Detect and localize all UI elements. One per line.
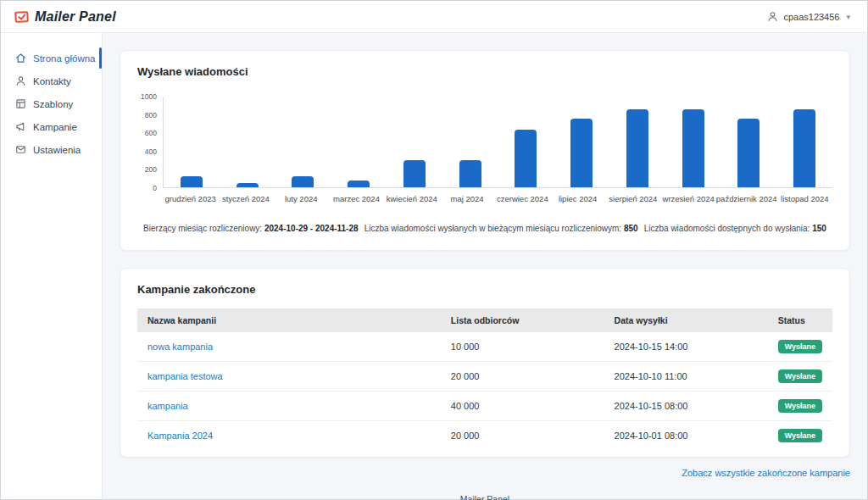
contacts-icon	[15, 75, 26, 86]
campaign-name-link[interactable]: nowa kampania	[147, 342, 213, 352]
recipients-cell: 20 000	[441, 421, 604, 451]
user-name: cpaas123456	[783, 12, 839, 22]
y-tick-label: 800	[145, 111, 157, 119]
home-icon	[15, 53, 26, 64]
footer-app-name: Mailer Panel	[120, 493, 850, 500]
x-tick-label: czerwiec 2024	[495, 194, 550, 203]
chart-x-labels: grudzień 2023styczeń 2024luty 2024marzec…	[163, 194, 832, 203]
sidebar-item-kontakty[interactable]: Kontakty	[1, 69, 102, 92]
table-header-row: Nazwa kampaniiLista odbiorcówData wysyłk…	[137, 308, 832, 332]
recipients-cell: 10 000	[441, 332, 604, 362]
send-date-cell: 2024-10-01 08:00	[604, 421, 768, 451]
send-date-cell: 2024-10-15 14:00	[604, 332, 768, 362]
info-label: Liczba wiadomości wysłanych w bieżącym m…	[364, 224, 621, 233]
table-row: kampania40 0002024-10-15 08:00Wysłane	[137, 392, 832, 421]
sidebar-item-kampanie[interactable]: Kampanie	[1, 115, 102, 138]
x-tick-label: listopad 2024	[777, 194, 832, 203]
x-tick-label: sierpień 2024	[605, 194, 660, 203]
envelope-icon	[15, 144, 26, 155]
status-badge: Wysłane	[778, 399, 822, 413]
megaphone-icon	[15, 121, 26, 132]
view-all-campaigns-link[interactable]: Zobacz wszystkie zakończone kampanie	[682, 468, 850, 478]
chart-column	[220, 97, 275, 187]
chart-column	[387, 97, 442, 187]
x-tick-label: maj 2024	[439, 194, 494, 203]
status-badge: Wysłane	[778, 340, 822, 353]
campaigns-table-body: nowa kampania10 0002024-10-15 14:00Wysła…	[137, 332, 832, 450]
status-badge: Wysłane	[778, 429, 822, 442]
column-header: Data wysyłki	[604, 308, 768, 332]
chart-column	[498, 97, 554, 187]
user-menu[interactable]: cpaas123456 ▾	[767, 11, 850, 22]
send-date-cell: 2024-10-15 08:00	[604, 392, 768, 421]
sidebar: Strona głównaKontaktySzablonyKampanieUst…	[1, 33, 103, 499]
sidebar-item-ustawienia[interactable]: Ustawienia	[1, 138, 102, 161]
chart-y-axis: 02004006008001000	[137, 97, 163, 188]
chart-bar	[682, 109, 704, 187]
chevron-down-icon: ▾	[846, 13, 850, 21]
chart-column	[776, 97, 832, 187]
view-all-row: Zobacz wszystkie zakończone kampanie	[120, 468, 850, 478]
column-header: Nazwa kampanii	[137, 308, 441, 332]
table-row: Kampania 202420 0002024-10-01 08:00Wysła…	[137, 421, 832, 451]
chart-bar	[236, 183, 259, 187]
y-tick-label: 400	[145, 147, 157, 156]
recipients-cell: 40 000	[441, 392, 604, 421]
sent-messages-card: Wysłane wiadomości 02004006008001000 gru…	[120, 50, 850, 251]
chart-bar	[515, 130, 537, 187]
campaign-name-link[interactable]: kampania testowa	[147, 371, 223, 381]
x-tick-label: grudzień 2023	[163, 194, 218, 203]
table-row: nowa kampania10 0002024-10-15 14:00Wysła…	[137, 332, 832, 362]
chart-column	[665, 97, 721, 187]
chart-column	[331, 97, 387, 187]
chart-column	[442, 97, 498, 187]
sidebar-item-label: Ustawienia	[33, 145, 81, 155]
billing-info-item: Liczba wiadomości wysłanych w bieżącym m…	[364, 224, 638, 233]
chart-bar	[570, 119, 593, 187]
app-window: Mailer Panel cpaas123456 ▾ Strona główna…	[0, 0, 868, 500]
y-tick-label: 0	[153, 184, 157, 192]
sidebar-item-label: Szablony	[33, 99, 73, 109]
user-icon	[767, 11, 778, 22]
billing-info-item: Liczba wiadomości dostępnych do wysłania…	[644, 224, 826, 233]
x-tick-label: kwiecień 2024	[384, 194, 439, 203]
x-tick-label: marzec 2024	[329, 194, 384, 203]
sidebar-item-szablony[interactable]: Szablony	[1, 92, 102, 115]
column-header: Status	[768, 308, 832, 332]
sidebar-item-strona-g-wna[interactable]: Strona główna	[1, 47, 102, 69]
templates-icon	[15, 98, 26, 109]
chart-bar	[793, 109, 815, 187]
chart-plot	[163, 97, 832, 188]
app-logo[interactable]: Mailer Panel	[14, 9, 116, 25]
info-value: 850	[624, 224, 638, 233]
campaigns-title: Kampanie zakończone	[137, 283, 832, 296]
chart-bar	[737, 119, 760, 187]
x-tick-label: wrzesień 2024	[661, 194, 716, 203]
info-label: Liczba wiadomości dostępnych do wysłania…	[644, 224, 810, 233]
column-header: Lista odbiorców	[441, 308, 604, 332]
chart-column	[164, 97, 220, 187]
campaign-name-link[interactable]: kampania	[147, 401, 188, 411]
campaign-name-link[interactable]: Kampania 2024	[147, 431, 213, 441]
chart-bar	[403, 160, 426, 187]
x-tick-label: luty 2024	[274, 194, 329, 203]
billing-info-item: Bierzący miesiąc rozliczeniowy: 2024-10-…	[143, 224, 358, 233]
sidebar-item-label: Kampanie	[33, 122, 77, 132]
x-tick-label: październik 2024	[716, 194, 777, 203]
chart-title: Wysłane wiadomości	[137, 65, 832, 78]
sidebar-item-label: Strona główna	[33, 53, 96, 64]
chart-bar	[181, 176, 203, 187]
x-tick-label: styczeń 2024	[218, 194, 273, 203]
bar-chart: 02004006008001000 grudzień 2023styczeń 2…	[137, 97, 832, 203]
chart-bar	[292, 176, 314, 187]
campaigns-table: Nazwa kampaniiLista odbiorcówData wysyłk…	[137, 308, 832, 450]
status-badge: Wysłane	[778, 369, 822, 383]
y-tick-label: 600	[145, 129, 157, 137]
table-row: kampania testowa20 0002024-10-10 11:00Wy…	[137, 362, 832, 392]
info-label: Bierzący miesiąc rozliczeniowy:	[143, 224, 262, 233]
y-tick-label: 200	[145, 165, 157, 174]
send-date-cell: 2024-10-10 11:00	[604, 362, 768, 392]
chart-bar	[348, 181, 370, 187]
recipients-cell: 20 000	[441, 362, 604, 392]
top-bar: Mailer Panel cpaas123456 ▾	[1, 1, 867, 33]
